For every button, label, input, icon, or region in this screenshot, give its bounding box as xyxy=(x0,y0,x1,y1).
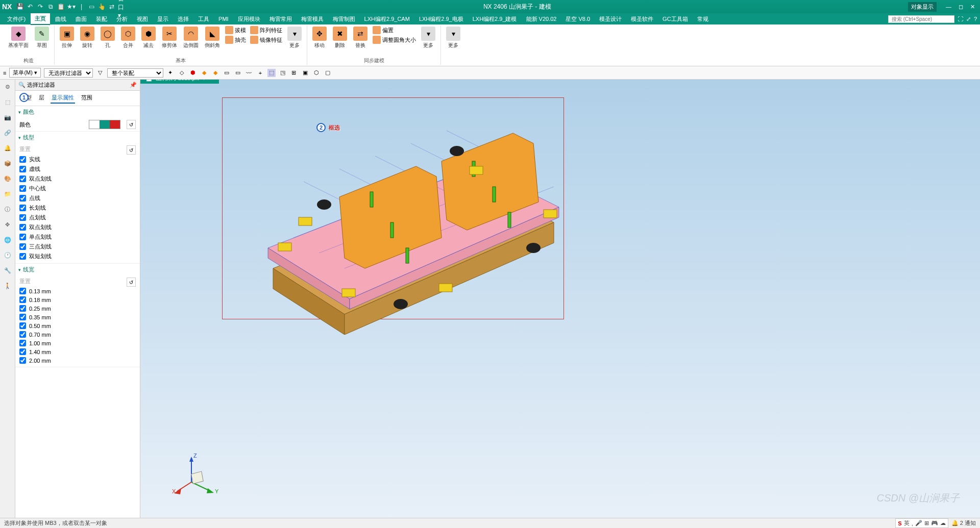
linetype-check-3[interactable] xyxy=(19,185,26,192)
fullscreen-icon[interactable]: ⛶ xyxy=(958,16,963,22)
tool-icon-6[interactable]: ▭ xyxy=(223,69,231,77)
undo-icon[interactable]: ↶ xyxy=(26,3,34,11)
tool-icon-5[interactable]: ◆ xyxy=(211,69,219,77)
linewidth-check-0[interactable] xyxy=(19,288,26,294)
shell-button[interactable]: 抽壳 xyxy=(224,35,247,44)
tab-ms2[interactable]: 模圣软件 xyxy=(627,14,657,24)
tool-icon-2[interactable]: ◇ xyxy=(178,69,186,77)
tool-icon-3[interactable]: ⬢ xyxy=(189,69,197,77)
linetype-check-8[interactable] xyxy=(19,234,26,240)
replace-button[interactable]: ⇄替换 xyxy=(351,26,370,50)
search-input[interactable] xyxy=(888,15,954,23)
touch-icon[interactable]: 👆 xyxy=(97,3,106,11)
tool-icon-15[interactable]: ▢ xyxy=(324,69,332,77)
tab-display[interactable]: 显示 xyxy=(153,14,173,24)
tab-ms1[interactable]: 模圣设计 xyxy=(595,14,626,24)
linetype-check-7[interactable] xyxy=(19,224,26,231)
linewidth-check-6[interactable] xyxy=(19,340,26,346)
maximize-button[interactable]: ◻ xyxy=(955,3,966,11)
linewidth-section-header[interactable]: 线宽 xyxy=(15,264,140,275)
tab-select[interactable]: 选择 xyxy=(174,14,193,24)
ime-indicator[interactable]: S 英,🎤⊞🎮☁ xyxy=(895,518,948,528)
sketch-button[interactable]: ✎草图 xyxy=(33,26,51,50)
paste-icon[interactable]: 📋 xyxy=(57,3,65,11)
linetype-section-header[interactable]: 线型 xyxy=(15,132,140,143)
help-icon[interactable]: ? xyxy=(974,16,977,22)
tab-lxh3[interactable]: LXH编程2.9_建模 xyxy=(469,14,521,24)
more-button[interactable]: ▾更多 xyxy=(444,26,462,50)
offset-button[interactable]: 偏置 xyxy=(372,26,417,35)
more-basic-button[interactable]: ▾更多 xyxy=(285,26,304,50)
pattern-button[interactable]: 阵列特征 xyxy=(249,26,283,35)
mirror-button[interactable]: 镜像特征 xyxy=(249,35,283,44)
linewidth-check-5[interactable] xyxy=(19,331,26,338)
color-reset-icon[interactable]: ↺ xyxy=(127,120,136,129)
history-icon[interactable]: 🕐 xyxy=(3,250,13,260)
trim-body-button[interactable]: ✂修剪体 xyxy=(160,26,179,50)
more-sync-button[interactable]: ▾更多 xyxy=(419,26,437,50)
document-tab[interactable]: 📄 山涧果子2025.prt ↻ ✕ xyxy=(140,80,219,84)
subtract-button[interactable]: ⬢减去 xyxy=(139,26,158,50)
tab-app[interactable]: 应用模块 xyxy=(234,14,264,24)
resize-blend-button[interactable]: 调整圆角大小 xyxy=(372,35,417,44)
linetype-check-2[interactable] xyxy=(19,175,26,182)
linewidth-check-3[interactable] xyxy=(19,314,26,320)
person-icon[interactable]: 🚶 xyxy=(3,281,13,291)
edge-blend-button[interactable]: ◠边倒圆 xyxy=(181,26,201,50)
view-triad[interactable]: Z Y X xyxy=(171,451,222,502)
browser-icon[interactable]: 🌐 xyxy=(3,235,13,245)
star-icon[interactable]: ★▾ xyxy=(67,3,75,11)
link-icon[interactable]: 🔗 xyxy=(3,128,13,138)
tool-icon-10[interactable]: ⬚ xyxy=(267,69,276,77)
redo-icon[interactable]: ↷ xyxy=(36,3,44,11)
tool-icon-13[interactable]: ▣ xyxy=(301,69,309,77)
tab-ml1[interactable]: 梅雷常用 xyxy=(265,14,296,24)
hole-button[interactable]: ◯孔 xyxy=(99,26,117,50)
menu-button[interactable]: 菜单(M) ▾ xyxy=(9,68,41,78)
window-icon[interactable]: ▭ xyxy=(87,3,95,11)
switch-icon[interactable]: ⇄ xyxy=(108,3,116,11)
linetype-check-6[interactable] xyxy=(19,214,26,221)
panel-tab-range[interactable]: 范围 xyxy=(80,93,93,104)
tab-ml3[interactable]: 梅雷制图 xyxy=(329,14,359,24)
gear-icon[interactable]: ⚙ xyxy=(3,82,13,92)
info-icon[interactable]: ⓘ xyxy=(3,204,13,214)
linetype-check-1[interactable] xyxy=(19,166,26,172)
tab-general[interactable]: 常规 xyxy=(693,14,713,24)
minimize-button[interactable]: — xyxy=(943,3,954,11)
tools-icon[interactable]: 🔧 xyxy=(3,265,13,275)
notification-badge[interactable]: 🔔 2 通知 xyxy=(951,519,976,527)
linewidth-check-8[interactable] xyxy=(19,357,26,364)
menu-list-icon[interactable]: ≡ xyxy=(3,70,6,76)
tool-icon-12[interactable]: ⊞ xyxy=(290,69,298,77)
tab-lxh2[interactable]: LXH编程2.9_电极 xyxy=(415,14,468,24)
panel-pin-icon[interactable]: 📌 xyxy=(130,82,137,88)
tab-surface[interactable]: 曲面 xyxy=(71,14,91,24)
save-icon[interactable]: 💾 xyxy=(16,3,24,11)
assembly-filter-dropdown[interactable]: 整个装配 xyxy=(107,68,163,78)
datum-plane-button[interactable]: ◆基准平面 xyxy=(6,26,31,50)
selection-filter-dropdown[interactable]: 无选择过滤器 xyxy=(44,68,93,78)
filter-icon[interactable]: ▽ xyxy=(96,69,104,77)
nav-icon[interactable]: ⬚ xyxy=(3,97,13,107)
tab-pmi[interactable]: PMI xyxy=(214,14,233,23)
tab-curve[interactable]: 曲线 xyxy=(51,14,70,24)
copy-icon[interactable]: ⧉ xyxy=(46,3,55,11)
chamfer-button[interactable]: ◣倒斜角 xyxy=(203,26,222,50)
linetype-check-10[interactable] xyxy=(19,253,26,260)
viewport[interactable]: 📄 山涧果子2025.prt ↻ ✕ 2 框选 xyxy=(140,80,980,518)
tool-icon-4[interactable]: ◆ xyxy=(200,69,208,77)
tool-icon-11[interactable]: ◳ xyxy=(279,69,287,77)
linewidth-check-4[interactable] xyxy=(19,322,26,329)
tab-nx[interactable]: 能新 V20.02 xyxy=(522,14,561,24)
tab-home[interactable]: 主页 xyxy=(31,13,50,25)
linewidth-check-7[interactable] xyxy=(19,348,26,355)
close-button[interactable]: ✕ xyxy=(967,3,978,11)
tab-gc[interactable]: GC工具箱 xyxy=(658,14,692,24)
color-swatches[interactable] xyxy=(89,120,120,129)
draft-button[interactable]: 拔模 xyxy=(224,26,247,35)
tab-view[interactable]: 视图 xyxy=(133,14,152,24)
tool-icon-1[interactable]: ✦ xyxy=(166,69,175,77)
file-close-icon[interactable]: ✕ xyxy=(209,80,214,82)
palette-icon[interactable]: 🎨 xyxy=(3,173,13,184)
